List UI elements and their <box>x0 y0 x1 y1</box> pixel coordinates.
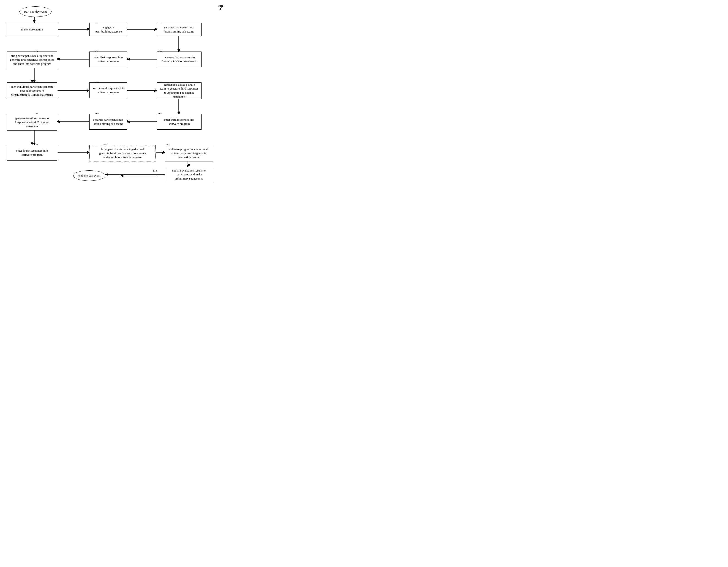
node-167: bring participants back together andgene… <box>89 145 156 161</box>
node-150: enter third responses intosoftware progr… <box>157 114 202 130</box>
node-120: generate first responses toStrategy & Vi… <box>157 52 202 67</box>
label-175: 175 <box>153 169 157 172</box>
node-145: participants act as a singleteam to gene… <box>157 82 202 99</box>
node-110: engage inteam-building exercise <box>89 23 127 36</box>
start-oval: start one-day event <box>19 6 52 17</box>
node-130: bring participants back together andgene… <box>7 52 57 68</box>
node-135: each individual participant generateseco… <box>7 82 57 99</box>
node-140: enter second responses intosoftware prog… <box>89 82 127 98</box>
node-105: make presentation <box>7 23 57 36</box>
end-oval: end one-day event <box>73 170 105 181</box>
node-160: generate fourth responses toResponsivene… <box>7 114 57 131</box>
node-115: separate participants intobrainstorming … <box>157 23 202 36</box>
node-155: separate participants intobrainstorming … <box>89 114 127 130</box>
fig-arrow: 100 <box>211 5 224 14</box>
node-125: enter first responses intosoftware progr… <box>89 52 127 67</box>
node-175: explain evaluation results toparticipant… <box>165 167 213 182</box>
flowchart-diagram: 100 <box>5 5 224 192</box>
node-170: software program operates on allentered … <box>165 145 213 161</box>
svg-text:100: 100 <box>218 5 222 8</box>
node-165: enter fourth responses intosoftware prog… <box>7 145 57 161</box>
